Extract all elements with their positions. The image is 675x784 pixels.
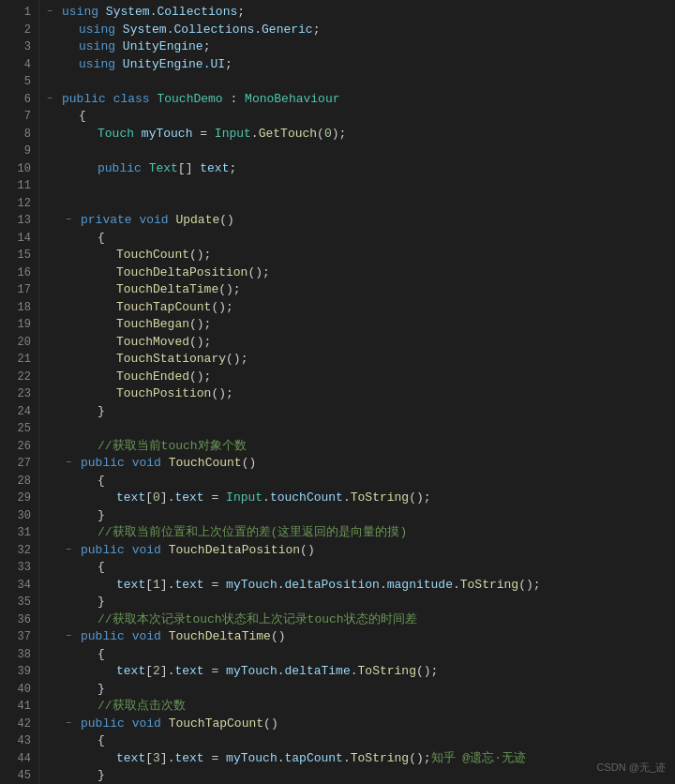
token-kw: public <box>81 628 125 646</box>
token-plain: ; <box>203 38 211 56</box>
token-kw: private <box>81 212 132 230</box>
token-plain: (); <box>211 385 232 403</box>
token-plain <box>115 22 123 39</box>
token-prop: text <box>116 577 145 595</box>
token-plain: (); <box>409 750 430 768</box>
token-plain: . <box>251 126 259 143</box>
token-kw: void <box>139 212 168 230</box>
code-line <box>39 420 675 438</box>
code-line: { <box>39 473 675 490</box>
line-number: 29 <box>0 490 38 507</box>
token-kw: void <box>132 628 161 646</box>
token-plain: } <box>98 403 105 421</box>
fold-icon[interactable]: − <box>66 716 79 733</box>
token-plain <box>161 455 169 473</box>
line-number: 8 <box>0 126 38 143</box>
token-prop: deltaTime <box>285 663 351 681</box>
token-prop: touchCount <box>270 490 343 507</box>
token-plain: () <box>271 628 286 646</box>
code-line: } <box>39 507 675 525</box>
token-plain: ; <box>229 160 236 178</box>
token-plain <box>98 4 106 22</box>
code-line: TouchMoved(); <box>39 334 675 352</box>
token-plain <box>161 542 169 560</box>
line-number: 39 <box>0 663 38 681</box>
token-plain: . <box>351 663 358 681</box>
token-method: TouchCount <box>169 455 242 473</box>
line-number: 1 <box>0 4 38 22</box>
code-line: TouchCount(); <box>39 247 675 264</box>
token-plain: } <box>98 507 105 525</box>
token-kw: public <box>62 91 106 109</box>
token-kw: public <box>81 542 125 560</box>
code-line: TouchStationary(); <box>39 351 675 369</box>
token-number: 2 <box>153 663 160 681</box>
code-line: TouchBegan(); <box>39 316 675 334</box>
code-line: } <box>39 767 675 784</box>
line-number: 5 <box>0 73 38 91</box>
line-number: 24 <box>0 403 38 421</box>
token-method: ToString <box>460 577 518 595</box>
token-comment: //获取本次记录touch状态和上次记录touch状态的时间差 <box>98 611 417 629</box>
token-plain: } <box>98 681 105 699</box>
token-kw: using <box>79 56 115 74</box>
token-prop: text <box>174 750 203 768</box>
code-line: using System.Collections.Generic; <box>39 22 675 39</box>
line-number: 12 <box>0 195 38 213</box>
line-number: 40 <box>0 681 38 699</box>
token-method: TouchDeltaPosition <box>116 264 248 282</box>
code-line: using UnityEngine.UI; <box>39 56 675 74</box>
token-plain <box>161 716 169 733</box>
token-plain: ]. <box>160 663 175 681</box>
token-plain <box>132 212 140 230</box>
token-method: TouchTapCount <box>169 716 263 733</box>
token-plain <box>125 542 132 560</box>
token-prop: myTouch <box>226 750 278 768</box>
fold-icon[interactable]: − <box>66 212 79 230</box>
token-prop: text <box>116 490 145 507</box>
token-prop: text <box>174 663 203 681</box>
token-method: TouchDeltaPosition <box>169 542 300 560</box>
line-number: 35 <box>0 594 38 611</box>
token-plain: ]. <box>160 577 175 595</box>
token-plain: . <box>278 750 285 768</box>
code-line: −private void Update() <box>39 212 675 230</box>
code-content[interactable]: −using System.Collections;using System.C… <box>39 0 675 784</box>
token-plain: { <box>98 646 105 664</box>
token-number: 0 <box>324 126 332 143</box>
token-prop: myTouch <box>226 577 278 595</box>
token-plain: [ <box>145 577 153 595</box>
token-plain: (); <box>218 281 240 299</box>
code-line: } <box>39 403 675 421</box>
line-number: 41 <box>0 698 38 716</box>
watermark: CSDN @无_迹 <box>596 761 666 775</box>
code-line: TouchDeltaTime(); <box>39 281 675 299</box>
fold-icon[interactable]: − <box>47 4 60 22</box>
token-plain <box>169 212 176 230</box>
token-method: TouchDeltaTime <box>169 628 271 646</box>
token-plain: () <box>219 212 234 230</box>
line-number: 25 <box>0 420 38 438</box>
fold-icon[interactable]: − <box>66 455 79 473</box>
token-class-name: TouchDemo <box>157 91 222 109</box>
fold-icon[interactable]: − <box>66 542 79 560</box>
token-class-name: MonoBehaviour <box>245 91 339 109</box>
fold-icon[interactable]: − <box>47 91 60 109</box>
token-prop: text <box>200 160 229 178</box>
line-number: 38 <box>0 646 38 664</box>
token-plain: : <box>223 91 245 109</box>
token-plain: ); <box>332 126 347 143</box>
code-line: { <box>39 230 675 248</box>
token-plain: { <box>79 108 86 126</box>
code-line: { <box>39 559 675 577</box>
token-method: Update <box>175 212 219 230</box>
token-plain: () <box>242 455 257 473</box>
line-number: 44 <box>0 750 38 768</box>
token-plain: ; <box>225 56 232 74</box>
token-plain: [ <box>145 750 153 768</box>
fold-icon[interactable]: − <box>66 628 79 646</box>
line-number: 4 <box>0 56 38 74</box>
code-line: TouchDeltaPosition(); <box>39 264 675 282</box>
code-line: TouchEnded(); <box>39 369 675 386</box>
code-line: //获取当前位置和上次位置的差(这里返回的是向量的摸) <box>39 524 675 542</box>
